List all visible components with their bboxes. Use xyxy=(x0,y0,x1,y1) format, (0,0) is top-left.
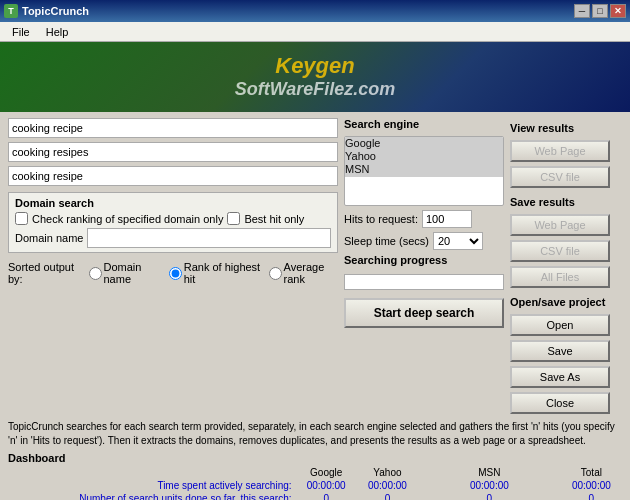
start-deep-search-button[interactable]: Start deep search xyxy=(344,298,504,328)
radio-average-rank-label: Average rank xyxy=(284,261,338,285)
domain-name-row: Domain name xyxy=(15,228,331,248)
sorted-output-label: Sorted output by: xyxy=(8,261,81,285)
save-as-button[interactable]: Save As xyxy=(510,366,610,388)
domain-name-input[interactable] xyxy=(87,228,331,248)
description-text: TopicCrunch searches for each search ter… xyxy=(8,420,622,448)
dashboard-section: Dashboard Google Yahoo MSN Total Time sp… xyxy=(8,452,622,500)
save-results-label: Save results xyxy=(510,196,610,208)
title-close-button[interactable]: ✕ xyxy=(610,4,626,18)
domain-checkbox[interactable] xyxy=(15,212,28,225)
domain-search-group: Domain search Check ranking of specified… xyxy=(8,192,338,253)
save-web-page-button[interactable]: Web Page xyxy=(510,214,610,236)
right-panel: View results Web Page CSV file Save resu… xyxy=(510,118,610,414)
app-icon: T xyxy=(4,4,18,18)
dashboard-row-1: Number of search units done so far, this… xyxy=(8,492,622,500)
row0-label: Time spent actively searching: xyxy=(8,479,296,492)
col-yahoo: Yahoo xyxy=(357,466,418,479)
col-total: Total xyxy=(561,466,622,479)
menu-help[interactable]: Help xyxy=(38,24,77,40)
watermark-line2: SoftWareFilez.com xyxy=(235,79,396,101)
hits-input[interactable] xyxy=(422,210,472,228)
dashboard-header-row: Google Yahoo MSN Total xyxy=(8,466,622,479)
domain-search-title: Domain search xyxy=(15,197,331,209)
engine-yahoo[interactable]: Yahoo xyxy=(345,150,503,163)
search-term-1[interactable] xyxy=(8,118,338,138)
title-bar-text: TopicCrunch xyxy=(22,5,89,17)
save-csv-button[interactable]: CSV file xyxy=(510,240,610,262)
engine-msn[interactable]: MSN xyxy=(345,163,503,176)
dashboard-row-0: Time spent actively searching: 00:00:00 … xyxy=(8,479,622,492)
progress-label: Searching progress xyxy=(344,254,504,266)
radio-domain-name-label: Domain name xyxy=(104,261,161,285)
dashboard-title: Dashboard xyxy=(8,452,622,464)
sleep-row: Sleep time (secs) 51015 202530 xyxy=(344,232,504,250)
best-hit-checkbox[interactable] xyxy=(227,212,240,225)
app-window: T TopicCrunch ─ □ ✕ File Help Keygen Sof… xyxy=(0,0,630,500)
title-bar-left: T TopicCrunch xyxy=(4,4,89,18)
search-engine-label: Search engine xyxy=(344,118,504,130)
save-button[interactable]: Save xyxy=(510,340,610,362)
row1-msn: 0 xyxy=(418,492,561,500)
title-bar: T TopicCrunch ─ □ ✕ xyxy=(0,0,630,22)
dashboard-table: Google Yahoo MSN Total Time spent active… xyxy=(8,466,622,500)
watermark-line1: Keygen xyxy=(235,53,396,79)
row0-msn: 00:00:00 xyxy=(418,479,561,492)
radio-highest-hit: Rank of highest hit xyxy=(169,261,261,285)
radio-domain-name: Domain name xyxy=(89,261,161,285)
row1-total: 0 xyxy=(561,492,622,500)
row0-total: 00:00:00 xyxy=(561,479,622,492)
view-results-label: View results xyxy=(510,122,610,134)
menu-file[interactable]: File xyxy=(4,24,38,40)
row0-google: 00:00:00 xyxy=(296,479,357,492)
row0-yahoo: 00:00:00 xyxy=(357,479,418,492)
domain-checkbox-label: Check ranking of specified domain only xyxy=(32,213,223,225)
row1-label: Number of search units done so far, this… xyxy=(8,492,296,500)
save-all-files-button[interactable]: All Files xyxy=(510,266,610,288)
view-csv-button[interactable]: CSV file xyxy=(510,166,610,188)
hits-label: Hits to request: xyxy=(344,213,418,225)
search-term-3[interactable] xyxy=(8,166,338,186)
open-button[interactable]: Open xyxy=(510,314,610,336)
radio-average-rank: Average rank xyxy=(269,261,338,285)
search-term-2[interactable] xyxy=(8,142,338,162)
radio-highest-hit-input[interactable] xyxy=(169,267,182,280)
open-save-label: Open/save project xyxy=(510,296,610,308)
menu-bar: File Help xyxy=(0,22,630,42)
radio-average-rank-input[interactable] xyxy=(269,267,282,280)
col-google: Google xyxy=(296,466,357,479)
left-panel: Domain search Check ranking of specified… xyxy=(8,118,338,414)
col-empty xyxy=(8,466,296,479)
domain-check-row: Check ranking of specified domain only B… xyxy=(15,212,331,225)
content-area: Domain search Check ranking of specified… xyxy=(0,112,630,500)
engine-google[interactable]: Google xyxy=(345,137,503,150)
row1-yahoo: 0 xyxy=(357,492,418,500)
middle-panel: Search engine Google Yahoo MSN Hits to r… xyxy=(344,118,504,414)
progress-bar xyxy=(344,274,504,290)
minimize-button[interactable]: ─ xyxy=(574,4,590,18)
col-msn: MSN xyxy=(418,466,561,479)
maximize-button[interactable]: □ xyxy=(592,4,608,18)
title-bar-controls: ─ □ ✕ xyxy=(574,4,626,18)
watermark-text: Keygen SoftWareFilez.com xyxy=(235,53,396,101)
sleep-label: Sleep time (secs) xyxy=(344,235,429,247)
view-web-page-button[interactable]: Web Page xyxy=(510,140,610,162)
radio-highest-hit-label: Rank of highest hit xyxy=(184,261,261,285)
watermark-area: Keygen SoftWareFilez.com xyxy=(0,42,630,112)
sleep-select[interactable]: 51015 202530 xyxy=(433,232,483,250)
best-hit-label: Best hit only xyxy=(244,213,304,225)
sorted-output-group: Sorted output by: Domain name Rank of hi… xyxy=(8,261,338,285)
domain-name-label: Domain name xyxy=(15,232,83,244)
search-engine-list[interactable]: Google Yahoo MSN xyxy=(344,136,504,206)
row1-google: 0 xyxy=(296,492,357,500)
hits-row: Hits to request: xyxy=(344,210,504,228)
close-button[interactable]: Close xyxy=(510,392,610,414)
radio-domain-name-input[interactable] xyxy=(89,267,102,280)
top-columns: Domain search Check ranking of specified… xyxy=(8,118,622,414)
